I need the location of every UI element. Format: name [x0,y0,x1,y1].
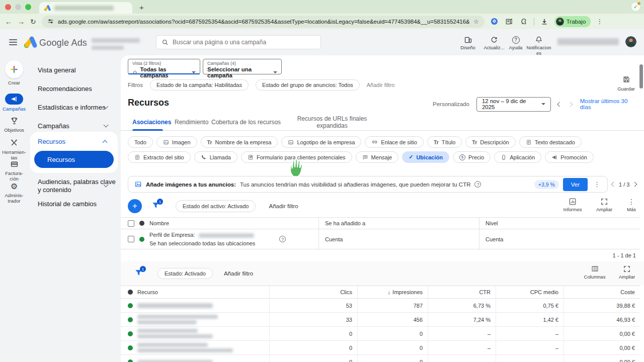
performance-row[interactable]: 33 456 7,24 % 1,42 € 46,93 € [121,313,640,327]
forward-button[interactable]: → [18,18,25,26]
banner-next-button[interactable] [632,182,637,187]
asset-chip-precio[interactable]: $Precio [453,151,491,163]
col-ctr[interactable]: CTR [428,286,496,298]
browser-tab-active[interactable] [39,2,132,14]
associations-data-row[interactable]: Perfil de Empresa: Se han seleccionado t… [121,229,640,249]
new-tab-button[interactable]: + [139,3,144,12]
banner-more-icon[interactable]: ⋮ [592,180,602,188]
view-selector[interactable]: Vista (2 filtros) Todas las campañas [128,59,200,74]
asset-chip-imagen[interactable]: Imagen [156,136,197,148]
help-circle-icon[interactable]: ? [474,181,481,188]
rail-item-objetivos[interactable]: Objetivos [0,116,28,133]
reload-button[interactable]: ↻ [30,18,36,26]
search-input[interactable] [173,39,315,46]
design-button[interactable]: Diseño [454,35,481,51]
asset-name[interactable]: Perfil de Empresa: [149,232,195,238]
performance-row[interactable]: 53 787 6,73 % 0,75 € 39,88 € [121,299,640,313]
asset-chip-mensaje[interactable]: Mensaje [356,151,399,163]
tab-cobertura[interactable]: Cobertura de los recursos [211,119,281,126]
asset-chip-nombre-empresa[interactable]: TrNombre de la empresa [201,136,278,148]
tab-rendimiento[interactable]: Rendimiento [175,119,208,126]
sidebar-item-recomendaciones[interactable]: Recomendaciones [38,85,116,93]
sidebar-item-vista-general[interactable]: Vista general [38,66,116,74]
maximize-window-button[interactable] [25,4,31,10]
sidebar-item-historial[interactable]: Historial de cambios [38,200,116,208]
asset-chip-llamada[interactable]: Llamada [194,151,237,163]
asset-chip-todo[interactable]: Todo [128,136,153,148]
asset-chip-aplicacion[interactable]: Aplicación [494,151,541,163]
expand-button[interactable]: Ampliar [592,197,616,212]
browser-status-icon[interactable]: ✓ [631,3,640,11]
sidebar-item-recursos[interactable]: Recursos [38,138,65,145]
rail-item-administrador[interactable]: ⚙ Adminis- trador [0,181,28,204]
add-asset-button[interactable]: + [128,199,142,213]
date-next-button[interactable] [568,102,573,107]
ver-button[interactable]: Ver [563,178,588,191]
notifications-button[interactable]: Notificacion es [525,35,552,56]
extensions-puzzle-icon[interactable] [519,17,528,26]
more-button[interactable]: ⋮ Más [624,197,639,212]
page-scrollbar[interactable] [639,64,643,88]
date-range-selector[interactable]: 12 nov – 9 dic de 2025 [476,97,551,112]
bookmark-star-icon[interactable]: ☆ [473,18,479,25]
tab-asociaciones[interactable]: Asociaciones [132,119,171,126]
performance-row[interactable]: 0 0 – – 0,00 € [121,341,640,355]
campaign-selector[interactable]: Campañas (4) Seleccionar una campaña [203,59,282,74]
col-impresiones-sorted[interactable]: ↓Impresiones [357,286,428,298]
asset-chip-descripcion[interactable]: TrDescripción [465,136,515,148]
asset-chip-ubicacion-selected[interactable]: ✓Ubicación [402,151,449,163]
col-clics[interactable]: Clics [269,286,357,298]
browser-menu-icon[interactable]: ⋮ [596,18,603,25]
filter-chip-campaign-state[interactable]: Estado de la campaña: Habilitadas [150,79,249,90]
sidebar-item-audiencias[interactable]: Audiencias, palabras clave y contenido [38,178,116,195]
select-all-checkbox[interactable] [128,220,134,227]
columns-button[interactable]: Columnas [583,264,607,280]
state-filter-chip[interactable]: Estado: Activado [157,268,213,279]
performance-row[interactable]: 0 0 – – 0,00 € [121,355,640,362]
rail-item-campanas[interactable]: Campañas [0,94,28,112]
banner-prev-button[interactable] [611,182,616,187]
col-coste[interactable]: Coste [564,286,640,298]
back-button[interactable]: ← [5,18,12,26]
save-button[interactable]: Guardar [617,75,635,92]
performance-row[interactable]: 0 0 – – 0,00 € [121,327,640,341]
filter-funnel-button[interactable]: 1 [152,202,159,211]
search-bar[interactable] [156,35,321,49]
help-circle-icon[interactable]: ? [279,236,286,242]
url-text[interactable]: ads.google.com/aw/assetreport/associatio… [58,19,469,25]
filter-chip-adgroup-state[interactable]: Estado del grupo de anuncios: Todos [256,79,360,90]
add-filter-link[interactable]: Añadir filtro [269,203,298,209]
close-window-button[interactable] [5,4,11,10]
tab-urls-finales[interactable]: Recursos de URLs finales expandidas [287,115,377,130]
asset-chip-texto-destacado[interactable]: Texto destacado [519,136,582,148]
add-filter-link[interactable]: Añadir filtro [367,82,395,88]
password-manager-icon[interactable] [490,17,499,26]
asset-state-filter-chip[interactable]: Estado del activo: Activado [176,200,256,212]
asset-chip-promocion[interactable]: Promoción [545,151,594,163]
downloads-icon[interactable] [540,17,549,26]
rail-item-herramientas[interactable]: Herramien- tas [0,138,28,161]
minimize-window-button[interactable] [15,4,21,10]
reports-button[interactable]: Informes [560,197,585,212]
reading-mode-icon[interactable] [505,17,514,26]
asset-chip-extracto[interactable]: Extracto del sitio [128,151,191,163]
asset-chip-titulo[interactable]: TrTítulo [427,136,462,148]
show-last-30-days-link[interactable]: Mostrar últimos 30 días [580,98,637,110]
rail-item-crear[interactable]: Crear [0,60,28,85]
row-checkbox[interactable] [128,236,134,242]
user-avatar[interactable] [625,36,636,47]
main-menu-icon[interactable] [9,39,17,45]
date-prev-button[interactable] [557,102,562,107]
browser-profile-chip[interactable]: Trabajo [554,16,591,27]
filter-funnel-button[interactable]: 1 [135,269,142,278]
expand-button[interactable]: Ampliar [615,264,639,280]
add-filter-link[interactable]: Añadir filtro [224,270,253,277]
rail-item-facturacion[interactable]: Factura- ción [0,159,28,182]
address-bar[interactable]: ads.google.com/aw/assetreport/associatio… [42,16,485,28]
window-controls[interactable] [5,4,31,10]
sidebar-item-recursos-child-active[interactable]: Recursos [34,151,114,168]
site-info-icon[interactable] [47,18,54,25]
asset-chip-logotipo[interactable]: Logotipo de la empresa [281,136,361,148]
asset-chip-enlace-sitio[interactable]: Enlace de sitio [365,136,424,148]
col-cpc-medio[interactable]: CPC medio [496,286,564,298]
